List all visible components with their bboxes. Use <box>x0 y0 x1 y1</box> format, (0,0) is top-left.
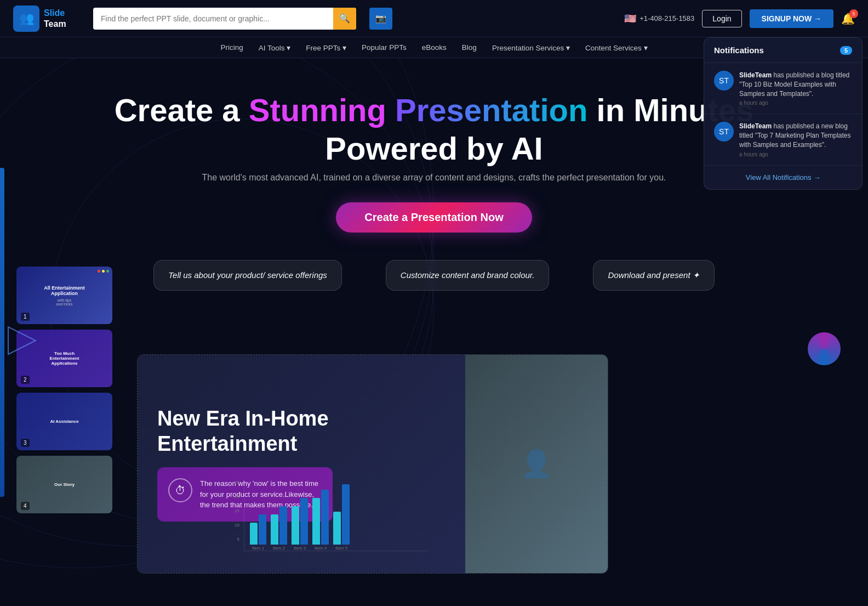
nav-content-services[interactable]: Content Services ▾ <box>585 43 648 52</box>
notification-content-2: SlideTeam has published a new blog title… <box>739 122 852 157</box>
logo-icon: 👥 <box>13 5 39 32</box>
nav-popular-ppts[interactable]: Popular PPTs <box>362 43 407 52</box>
notification-text-2: SlideTeam has published a new blog title… <box>739 122 852 149</box>
headline-pink: Stunning <box>249 92 386 128</box>
notification-avatar-1: ST <box>714 71 734 90</box>
slide-thumbnails: All EntertainmentApplication with tipsan… <box>16 267 112 513</box>
nav-free-ppts[interactable]: Free PPTs ▾ <box>306 43 346 52</box>
logo-line1: Slide <box>44 8 66 18</box>
preview-inner: New Era In-Home Entertainment ⏱ The reas… <box>138 355 608 573</box>
flag-phone: 🇺🇸 +1-408-215-1583 <box>624 13 694 25</box>
notification-item-2: ST SlideTeam has published a new blog ti… <box>704 114 862 165</box>
headline-before: Create a <box>115 92 249 128</box>
nav-presentation-services[interactable]: Presentation Services ▾ <box>492 43 570 52</box>
workflow-step-3: Download and present ✦ <box>593 260 714 291</box>
notifications-panel: Notifications 5 ST SlideTeam has publish… <box>704 37 863 190</box>
search-button[interactable]: 🔍 <box>333 8 356 30</box>
camera-button[interactable]: 📷 <box>369 8 392 30</box>
workflow-step-1: Tell us about your product/ service offe… <box>153 260 342 291</box>
slide-thumb-4[interactable]: Our Story 4 <box>16 456 112 513</box>
headline-line2: Powered by AI <box>325 131 543 166</box>
notification-time-2: a hours ago <box>739 151 852 157</box>
camera-icon: 📷 <box>375 13 386 24</box>
slide-thumb-1[interactable]: All EntertainmentApplication with tipsan… <box>16 267 112 324</box>
notification-content-1: SlideTeam has published a blog titled "T… <box>739 71 852 106</box>
logo[interactable]: 👥 Slide Team <box>13 5 84 32</box>
preview-image: 👤 <box>465 355 608 573</box>
triangle-icon <box>5 321 38 360</box>
workflow-area: Tell us about your product/ service offe… <box>0 260 868 291</box>
login-button[interactable]: Login <box>702 10 741 27</box>
nav-ai-tools[interactable]: AI Tools ▾ <box>259 43 291 52</box>
clock-icon: ⏱ <box>168 478 192 502</box>
cta-button[interactable]: Create a Presentation Now <box>336 202 532 233</box>
svg-marker-0 <box>8 327 36 354</box>
preview-title: New Era In-Home Entertainment <box>157 406 446 456</box>
notifications-count: 5 <box>840 46 852 55</box>
chart-area: 25 20 15 10 5 <box>220 480 428 568</box>
search-input[interactable] <box>93 14 333 23</box>
logo-text: Slide Team <box>44 8 66 29</box>
logo-line2: Team <box>44 19 66 29</box>
notifications-header: Notifications 5 <box>704 38 862 63</box>
flag-icon: 🇺🇸 <box>624 13 636 25</box>
color-orb <box>808 332 841 365</box>
preview-right: 👤 <box>465 355 608 573</box>
notification-item-1: ST SlideTeam has published a blog titled… <box>704 63 862 114</box>
preview-left: New Era In-Home Entertainment ⏱ The reas… <box>138 355 465 573</box>
preview-card: New Era In-Home Entertainment ⏱ The reas… <box>137 354 608 574</box>
search-bar: 🔍 <box>93 8 356 30</box>
notification-badge: 5 <box>849 9 858 18</box>
search-icon: 🔍 <box>339 13 350 24</box>
view-all-notifications[interactable]: View All Notifications → <box>704 166 862 189</box>
workflow-step-2: Customize content and brand colour. <box>386 260 550 291</box>
notifications-title: Notifications <box>714 46 764 55</box>
notification-avatar-2: ST <box>714 122 734 141</box>
notification-time-1: a hours ago <box>739 100 852 106</box>
header-right: 🇺🇸 +1-408-215-1583 Login SIGNUP NOW → 🔔 … <box>624 9 855 28</box>
headline-gradient: Presentation <box>395 92 587 128</box>
nav-ebooks[interactable]: eBooks <box>422 43 447 52</box>
slide-thumb-3[interactable]: AI Assistance 3 <box>16 393 112 450</box>
notification-text-1: SlideTeam has published a blog titled "T… <box>739 71 852 98</box>
nav-pricing[interactable]: Pricing <box>220 43 243 52</box>
header: 👥 Slide Team 🔍 📷 🇺🇸 +1-408-215-1583 Logi… <box>0 0 868 37</box>
nav-blog[interactable]: Blog <box>462 43 477 52</box>
signup-button[interactable]: SIGNUP NOW → <box>750 9 833 28</box>
notification-bell[interactable]: 🔔 5 <box>841 12 855 25</box>
phone-number: +1-408-215-1583 <box>639 14 694 22</box>
